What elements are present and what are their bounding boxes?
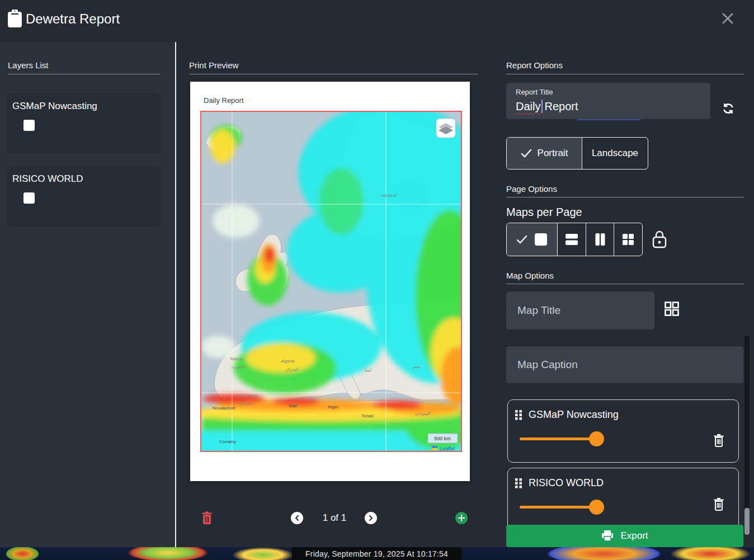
svg-text:ليبيا: ليبيا <box>365 368 371 373</box>
svg-text:Mauritanie: Mauritanie <box>237 393 258 398</box>
page-report-title: Daily Report <box>204 96 244 105</box>
svg-text:السودان: السودان <box>415 411 431 416</box>
svg-text:موريتانيا: موريتانيا <box>238 401 253 406</box>
map-options-heading: Map Options <box>506 271 554 280</box>
svg-text:500 km: 500 km <box>434 436 451 441</box>
drag-handle-icon[interactable] <box>515 478 522 489</box>
portrait-button[interactable]: Portrait <box>507 138 582 169</box>
svg-text:Niger: Niger <box>328 404 338 410</box>
export-label: Export <box>620 530 648 542</box>
slider-thumb[interactable] <box>589 500 604 515</box>
layer-card-name: RISICO WORLD <box>529 477 604 489</box>
svg-text:Nouakchott: Nouakchott <box>213 406 235 411</box>
maps-per-page-label: Maps per Page <box>506 206 582 219</box>
layout-2-rows-button[interactable] <box>557 223 586 256</box>
layer-list-item-gsmap[interactable]: GSMaP Nowcasting <box>7 93 161 154</box>
map-caption-input[interactable] <box>506 346 743 383</box>
landscape-label: Landscape <box>592 148 638 159</box>
apply-title-grid-icon[interactable] <box>665 302 679 316</box>
printer-icon <box>601 530 614 542</box>
portrait-label: Portrait <box>538 148 568 159</box>
maps-per-page-toggle <box>506 223 643 256</box>
layout-1-map-button[interactable] <box>507 223 557 256</box>
layers-list-heading: Layers List <box>8 60 49 70</box>
report-title-label: Report Title <box>516 88 553 96</box>
report-page-preview: Daily Report <box>190 82 470 481</box>
opacity-slider[interactable] <box>520 506 652 509</box>
background-map-strip: Friday, September 19, 2025 At 10:17:54 <box>0 547 754 560</box>
preview-map[interactable]: Helsinki Maroc المغرب Algérie الجزائر لي… <box>200 111 462 452</box>
screen: Friday, September 19, 2025 At 10:17:54 D… <box>0 0 754 560</box>
layer-card-name: GSMaP Nowcasting <box>529 409 619 421</box>
layer-visibility-checkbox[interactable] <box>23 120 35 131</box>
check-icon <box>516 235 527 244</box>
landscape-button[interactable]: Landscape <box>582 138 648 169</box>
map-layer-card-risico: RISICO WORLD <box>507 468 739 531</box>
chevron-left-icon <box>294 515 300 521</box>
divider <box>506 197 744 197</box>
layout-4-maps-button[interactable] <box>614 223 642 256</box>
chevron-right-icon <box>368 515 374 521</box>
svg-text:Maroc: Maroc <box>230 356 243 361</box>
map-layer-card-gsmap: GSMaP Nowcasting <box>507 399 739 463</box>
layer-list-item-risico[interactable]: RISICO WORLD <box>7 166 161 227</box>
lock-layout-icon[interactable] <box>651 230 668 249</box>
svg-text:الجزائر: الجزائر <box>285 367 298 372</box>
map-scale-bar: 500 km <box>428 434 458 443</box>
trash-icon[interactable] <box>713 434 724 447</box>
slider-thumb[interactable] <box>589 431 604 446</box>
divider <box>506 74 744 74</box>
export-button[interactable]: Export <box>506 525 743 547</box>
panel-scrollbar-thumb[interactable] <box>744 508 750 535</box>
sidebar-divider <box>175 42 176 547</box>
divider <box>8 74 161 74</box>
layer-name: GSMaP Nowcasting <box>12 101 97 112</box>
opacity-slider[interactable] <box>520 437 652 440</box>
plus-icon <box>458 515 465 521</box>
refresh-icon[interactable] <box>722 102 735 115</box>
layer-name: RISICO WORLD <box>12 173 83 185</box>
drag-handle-icon[interactable] <box>515 410 522 421</box>
svg-text:المغرب: المغرب <box>232 364 246 369</box>
svg-text:Conakry: Conakry <box>219 439 236 444</box>
svg-text:Tchad: Tchad <box>361 413 373 418</box>
dialog-header: Dewetra Report <box>0 0 754 42</box>
divider <box>189 74 478 74</box>
report-title-value: Daily Report <box>516 100 578 113</box>
trash-icon[interactable] <box>713 497 724 511</box>
page-count: 1 of 1 <box>311 512 358 524</box>
print-preview-heading: Print Preview <box>189 60 238 70</box>
svg-text:Helsinki: Helsinki <box>381 193 397 198</box>
close-icon[interactable] <box>720 11 735 26</box>
divider <box>506 284 744 284</box>
two-rows-layout-icon <box>565 233 578 246</box>
map-title-input[interactable] <box>506 291 654 330</box>
svg-text:Leaflet: Leaflet <box>440 446 455 451</box>
four-maps-layout-icon <box>621 233 635 246</box>
one-map-layout-icon <box>534 233 548 246</box>
two-columns-layout-icon <box>593 233 607 246</box>
text-caret <box>541 100 543 113</box>
svg-text:مصر: مصر <box>411 364 421 369</box>
orientation-toggle: Portrait Landscape <box>506 137 648 170</box>
clipboard-icon <box>7 10 22 28</box>
next-page-button[interactable] <box>365 512 377 524</box>
report-title-field[interactable]: Report Title Daily Report <box>506 83 710 119</box>
delete-page-icon[interactable] <box>201 511 213 525</box>
report-options-heading: Report Options <box>506 60 563 70</box>
check-icon <box>521 149 532 158</box>
previous-page-button[interactable] <box>291 512 303 524</box>
page-options-heading: Page Options <box>506 184 557 194</box>
svg-text:Mali: Mali <box>289 403 297 408</box>
layer-visibility-checkbox[interactable] <box>23 192 35 204</box>
dialog-title: Dewetra Report <box>26 11 120 27</box>
add-page-button[interactable] <box>455 512 468 524</box>
layout-2-columns-button[interactable] <box>586 223 614 256</box>
datetime-status-bar: Friday, September 19, 2025 At 10:17:54 <box>292 547 461 560</box>
panel-scrollbar-track[interactable] <box>744 336 750 535</box>
svg-text:Algérie: Algérie <box>281 359 295 364</box>
map-layers-control[interactable] <box>436 119 455 138</box>
input-focus-indicator <box>577 119 640 120</box>
datetime-text: Friday, September 19, 2025 At 10:17:54 <box>305 549 448 558</box>
dewetra-report-dialog: Dewetra Report Layers List GSMaP Nowcast… <box>0 0 754 547</box>
